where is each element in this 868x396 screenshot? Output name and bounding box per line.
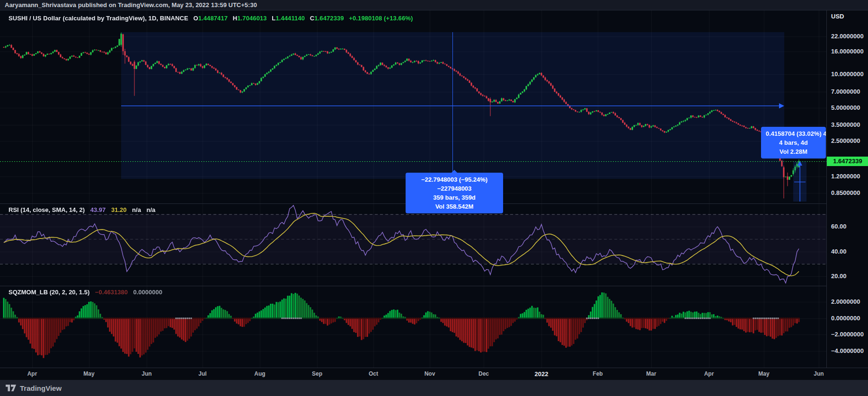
rsi-tick-label: 20.00	[831, 273, 847, 280]
price-tick-label: 16.0000000	[831, 48, 864, 55]
last-price-badge: 1.6472339	[827, 157, 868, 166]
price-tick-label: 10.0000000	[831, 70, 864, 78]
time-tick-label: May	[750, 370, 778, 377]
rsi-value: 43.97	[90, 206, 106, 213]
footer-brand-text: TradingView	[20, 384, 62, 392]
recent-measure-bars: 4 bars, 4d	[766, 138, 821, 147]
price-tick-label: 0.8500000	[831, 189, 860, 196]
sqzmom-zero-value: 0.0000000	[133, 289, 162, 296]
time-tick-label: Oct	[359, 370, 388, 377]
rsi-title: RSI (14, close, SMA, 14, 2)	[9, 206, 85, 213]
price-tick-label: 3.5000000	[831, 121, 860, 128]
time-tick-label: Jun	[133, 370, 161, 377]
recent-measure-change: 0.4158704 (33.02%) 4158704	[766, 129, 821, 138]
time-tick-label: Mar	[637, 370, 665, 377]
measure-volume: Vol 358.542M	[410, 202, 498, 211]
rsi-na1: n/a	[132, 206, 141, 213]
time-tick-label: May	[75, 370, 103, 377]
footer-bar: TradingView	[0, 380, 868, 396]
currency-label: USD	[831, 13, 844, 20]
tradingview-chart-screenshot: Aaryamann_Shrivastava published on Tradi…	[0, 0, 868, 396]
time-tick-label: Apr	[18, 370, 46, 377]
price-tick-label: 5.0000000	[831, 104, 860, 111]
time-tick-label: Apr	[695, 370, 723, 377]
price-scale[interactable]: USD 1.6472339 22.000000016.000000010.000…	[826, 10, 868, 368]
sqzmom-legend[interactable]: SQZMOM_LB (20, 2, 20, 1.5) −0.4631380 0.…	[9, 289, 162, 296]
time-tick-label: Dec	[469, 370, 498, 377]
close-value: 1.6472339	[314, 15, 344, 22]
change-value: +0.1980108 (+13.66%)	[349, 15, 413, 22]
price-tick-label: 7.0000000	[831, 88, 860, 95]
rsi-na2: n/a	[147, 206, 156, 213]
publisher-text: Aaryamann_Shrivastava published on Tradi…	[5, 1, 257, 9]
range-measure-tooltip: −22.7948003 (−95.24%) −227948003 359 bar…	[406, 173, 503, 213]
rsi-tick-label: 60.00	[831, 223, 847, 230]
time-tick-label: 2022	[527, 370, 556, 378]
time-tick-label: Jul	[188, 370, 217, 377]
time-scale[interactable]: AprMayJunJulAugSepOctNovDec2022FebMarApr…	[0, 368, 868, 380]
time-tick-label: Sep	[303, 370, 331, 377]
high-value: 1.7046013	[237, 15, 266, 22]
measure-change: −22.7948003 (−95.24%) −227948003	[410, 175, 498, 193]
rsi-legend[interactable]: RSI (14, close, SMA, 14, 2) 43.97 31.20 …	[9, 206, 155, 213]
open-label: O	[193, 15, 198, 22]
sqzmom-tick-label: 0.0000000	[831, 315, 860, 322]
close-label: C	[310, 15, 315, 22]
sqzmom-tick-label: −4.0000000	[831, 347, 864, 354]
time-tick-label: Jun	[805, 370, 833, 377]
symbol-legend[interactable]: SUSHI / US Dollar (calculated by Trading…	[9, 15, 413, 22]
sqzmom-tick-label: 2.0000000	[831, 298, 860, 305]
measure-bars: 359 bars, 359d	[410, 193, 498, 202]
low-value: 1.4441140	[275, 15, 305, 22]
recent-measure-tooltip: 0.4158704 (33.02%) 4158704 4 bars, 4d Vo…	[761, 127, 826, 158]
rsi-ma-value: 31.20	[111, 206, 127, 213]
symbol-title: SUSHI / US Dollar (calculated by Trading…	[9, 15, 188, 22]
price-tick-label: 22.0000000	[831, 33, 864, 40]
recent-measure-volume: Vol 2.28M	[766, 147, 821, 156]
publisher-bar: Aaryamann_Shrivastava published on Tradi…	[0, 0, 868, 10]
sqzmom-value: −0.4631380	[95, 289, 128, 296]
rsi-tick-label: 40.00	[831, 248, 847, 255]
tradingview-logo[interactable]	[6, 385, 16, 391]
time-tick-label: Feb	[584, 370, 612, 377]
high-label: H	[233, 15, 238, 22]
sqzmom-title: SQZMOM_LB (20, 2, 20, 1.5)	[9, 289, 89, 296]
time-tick-label: Nov	[416, 370, 444, 377]
open-value: 1.4487417	[198, 15, 228, 22]
price-tick-label: 1.2000000	[831, 173, 860, 180]
sqzmom-tick-label: −2.0000000	[831, 331, 864, 338]
price-tick-label: 2.5000000	[831, 137, 860, 144]
time-tick-label: Aug	[246, 370, 274, 377]
